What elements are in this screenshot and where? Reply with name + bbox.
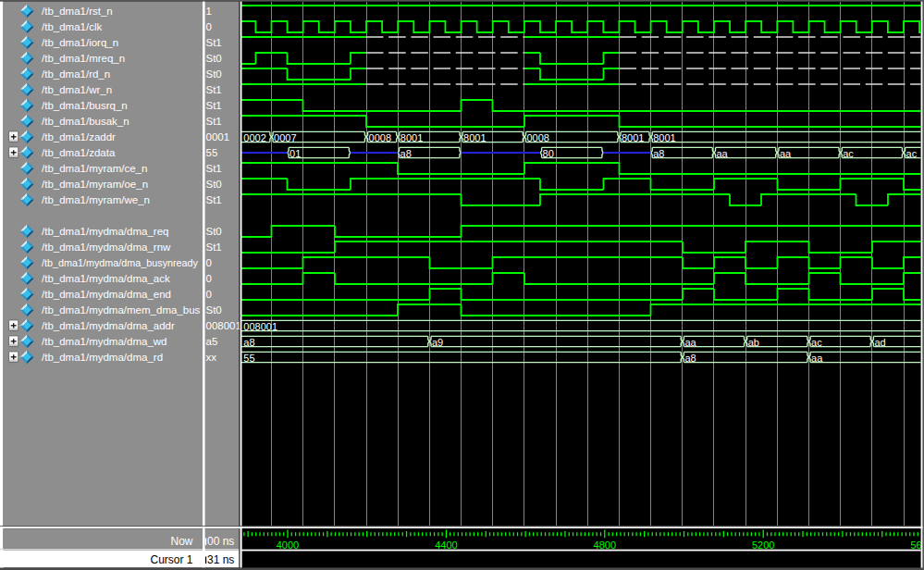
svg-text:/tb_dma1/mydma/dma_addr: /tb_dma1/mydma/dma_addr [42,320,175,331]
svg-text:/tb_dma1/zaddr: /tb_dma1/zaddr [42,131,116,142]
svg-text:St1: St1 [206,194,222,205]
svg-text:/tb_dma1/mydma/dma_ack: /tb_dma1/mydma/dma_ack [42,273,170,284]
svg-text:St1: St1 [206,116,222,127]
svg-text:aa: aa [684,337,696,348]
svg-text:008001: 008001 [206,320,241,331]
svg-text:/tb_dma1/myram/we_n: /tb_dma1/myram/we_n [42,194,150,205]
svg-text:0002: 0002 [243,132,265,143]
svg-text:/tb_dma1/myram/oe_n: /tb_dma1/myram/oe_n [42,179,148,190]
svg-text:8001: 8001 [653,132,675,143]
svg-text:a5: a5 [206,336,218,347]
svg-text:0008: 0008 [369,132,391,143]
svg-text:a8: a8 [653,148,664,159]
svg-text:a8: a8 [243,337,254,348]
svg-text:/tb_dma1/rst_n: /tb_dma1/rst_n [42,6,113,17]
svg-text:8001: 8001 [400,132,423,143]
svg-text:ab: ab [748,337,759,348]
svg-text:St1: St1 [206,163,222,174]
svg-text:8001: 8001 [622,132,644,143]
svg-text:ad: ad [874,337,885,348]
svg-text:/tb_dma1/iorq_n: /tb_dma1/iorq_n [42,37,118,48]
svg-text:/tb_dma1/mydma/dma_busynready: /tb_dma1/mydma/dma_busynready [42,257,198,268]
svg-text:/tb_dma1/mydma/dma_rnw: /tb_dma1/mydma/dma_rnw [42,242,171,253]
svg-text:4800: 4800 [594,539,616,551]
svg-text:ac: ac [906,148,918,159]
svg-text:St1: St1 [206,100,222,111]
svg-text:/tb_dma1/mydma/mem_dma_bus: /tb_dma1/mydma/mem_dma_bus [42,304,201,316]
svg-text:ac: ac [811,337,822,348]
svg-text:56: 56 [911,539,922,551]
svg-text:1: 1 [206,6,212,17]
svg-text:/tb_dma1/busrq_n: /tb_dma1/busrq_n [42,100,128,111]
svg-text:/tb_dma1/clk: /tb_dma1/clk [42,21,102,32]
svg-text:0: 0 [206,21,212,32]
svg-text:0001: 0001 [206,131,230,142]
svg-text:ac: ac [843,148,854,159]
svg-text:St1: St1 [206,84,222,95]
svg-text:St1: St1 [206,37,222,48]
svg-text:St1: St1 [206,242,222,253]
svg-text:55: 55 [243,353,254,364]
svg-text:a8: a8 [400,148,412,159]
svg-text:/tb_dma1/zdata: /tb_dma1/zdata [42,147,116,158]
svg-text:/tb_dma1/rd_n: /tb_dma1/rd_n [42,68,110,80]
svg-text:80: 80 [543,148,554,159]
svg-text:0: 0 [206,273,212,284]
svg-text:/tb_dma1/mydma/dma_req: /tb_dma1/mydma/dma_req [42,226,168,237]
svg-text:aa: aa [717,148,729,159]
svg-text:8001: 8001 [463,132,486,143]
svg-text:0: 0 [206,257,212,268]
svg-text:a8: a8 [684,353,696,364]
svg-text:0007: 0007 [274,132,296,143]
svg-text:31 ns: 31 ns [207,553,234,566]
svg-text:5200: 5200 [752,539,774,551]
svg-text:0: 0 [206,289,212,300]
svg-text:/tb_dma1/myram/ce_n: /tb_dma1/myram/ce_n [42,163,147,174]
svg-text:00 ns: 00 ns [207,535,234,548]
svg-text:0008: 0008 [527,132,549,143]
svg-text:St0: St0 [206,179,222,190]
svg-text:4400: 4400 [435,539,457,551]
svg-text:/tb_dma1/mydma/dma_end: /tb_dma1/mydma/dma_end [42,289,171,300]
svg-text:/tb_dma1/busak_n: /tb_dma1/busak_n [42,116,129,127]
svg-text:xx: xx [206,352,217,363]
svg-text:a9: a9 [432,337,443,348]
svg-text:aa: aa [811,353,823,364]
svg-text:4000: 4000 [277,539,299,551]
svg-text:/tb_dma1/wr_n: /tb_dma1/wr_n [42,84,112,95]
svg-text:/tb_dma1/mydma/dma_wd: /tb_dma1/mydma/dma_wd [42,336,167,347]
svg-text:Cursor 1: Cursor 1 [150,553,192,566]
svg-text:St0: St0 [206,304,222,316]
svg-text:St0: St0 [206,53,222,64]
svg-text:Now: Now [170,535,192,548]
svg-text:St0: St0 [206,226,222,237]
svg-text:St0: St0 [206,68,222,80]
svg-text:/tb_dma1/mreq_n: /tb_dma1/mreq_n [42,53,125,64]
svg-text:008001: 008001 [243,321,277,332]
svg-text:55: 55 [206,147,218,158]
svg-text:aa: aa [780,148,792,159]
svg-text:01: 01 [290,148,301,159]
svg-text:/tb_dma1/mydma/dma_rd: /tb_dma1/mydma/dma_rd [42,352,163,363]
